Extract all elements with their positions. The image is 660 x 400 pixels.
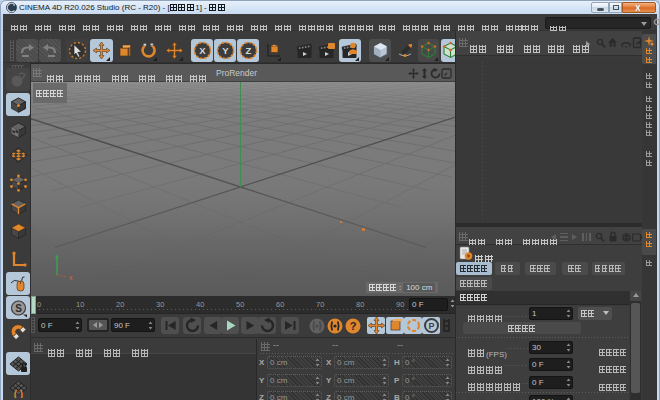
svg-text:S: S [15,302,22,313]
svg-text:Y: Y [222,45,229,56]
svg-text:P: P [428,321,434,331]
svg-text:?: ? [350,320,357,332]
svg-text:x: x [69,274,73,280]
svg-text:( ): ( ) [13,388,22,398]
svg-text:Z: Z [245,45,251,56]
svg-text:X: X [199,45,206,56]
